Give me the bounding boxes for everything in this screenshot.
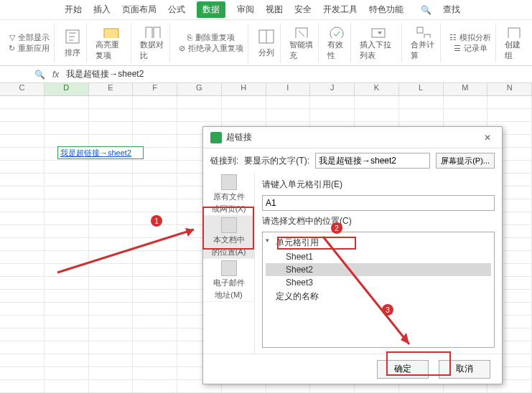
highlight-dup-icon: [102, 24, 121, 38]
menu-security[interactable]: 安全: [294, 4, 312, 16]
display-text-input[interactable]: [315, 153, 430, 169]
svg-rect-6: [296, 28, 307, 38]
dialog-titlebar[interactable]: 超链接 ✕: [203, 127, 502, 148]
tree-sheet2[interactable]: Sheet2: [266, 263, 491, 276]
formula-value[interactable]: 我是超链接→sheet2: [66, 68, 498, 80]
location-tree[interactable]: 单元格引用 Sheet1 Sheet2 Sheet3 定义的名称: [262, 232, 495, 348]
group-icon: [505, 24, 523, 38]
doc-location-icon: [221, 217, 237, 233]
screen-tip-button[interactable]: 屏幕提示(P)...: [436, 153, 495, 169]
tree-cell-ref[interactable]: 单元格引用: [266, 235, 491, 250]
cell-ref-input[interactable]: [262, 195, 495, 211]
ribbon-compare[interactable]: 数据对比: [140, 39, 165, 61]
hyperlink-dialog: 超链接 ✕ 链接到: 要显示的文字(T): 屏幕提示(P)... 原有文件 或网…: [202, 126, 503, 384]
file-web-icon: [221, 174, 237, 190]
col-G[interactable]: G: [177, 83, 222, 95]
ribbon: ▽全部显示 ↻重新应用 排序 高亮重复项 数据对比 ⎘删除重复项 ⊘拒绝录入重复…: [0, 20, 532, 66]
smartfill-icon: [292, 24, 311, 38]
menu-review[interactable]: 审阅: [237, 4, 254, 16]
menu-formula[interactable]: 公式: [168, 4, 185, 16]
ribbon-del-dup[interactable]: 删除重复项: [195, 32, 235, 43]
svg-rect-2: [146, 27, 152, 38]
tree-defined-names[interactable]: 定义的名称: [266, 289, 491, 304]
ribbon-group[interactable]: 创建组: [505, 39, 523, 61]
link-type-sidebar: 原有文件 或网页(X) 本文档中 的位置(A) 电子邮件 地址(M): [203, 173, 255, 354]
col-M[interactable]: M: [444, 83, 488, 95]
email-icon: [221, 260, 237, 276]
svg-point-7: [330, 27, 343, 38]
ribbon-split[interactable]: 分列: [258, 47, 274, 58]
col-D[interactable]: D: [45, 83, 89, 95]
link-to-row: 链接到: 要显示的文字(T): 屏幕提示(P)...: [203, 148, 502, 173]
side-existing-file[interactable]: 原有文件 或网页(X): [203, 173, 254, 216]
col-N[interactable]: N: [487, 83, 532, 95]
svg-rect-11: [508, 28, 520, 38]
display-label: 要显示的文字(T):: [244, 155, 309, 167]
split-icon: [257, 27, 276, 46]
hyperlink-cell[interactable]: 我是超链接→sheet2: [57, 146, 144, 159]
menu-dev[interactable]: 开发工具: [323, 4, 358, 16]
ribbon-consolidate[interactable]: 合并计算: [411, 39, 436, 61]
compare-icon: [144, 24, 162, 38]
ribbon-showall[interactable]: 全部显示: [18, 32, 50, 43]
ribbon-record[interactable]: 记录单: [464, 43, 487, 54]
col-E[interactable]: E: [89, 83, 134, 95]
dialog-main: 请键入单元格引用(E) 请选择文档中的位置(C) 单元格引用 Sheet1 Sh…: [255, 173, 502, 354]
ribbon-whatif[interactable]: 模拟分析: [459, 32, 491, 43]
col-L[interactable]: L: [399, 83, 444, 95]
svg-rect-10: [424, 34, 430, 38]
menu-data[interactable]: 数据: [197, 1, 225, 18]
col-C[interactable]: C: [0, 83, 45, 95]
ribbon-sort[interactable]: 排序: [65, 47, 80, 58]
menu-insert[interactable]: 插入: [93, 4, 111, 16]
ribbon-smartfill[interactable]: 智能填充: [289, 39, 314, 61]
menu-feature[interactable]: 特色功能: [369, 4, 403, 16]
col-J[interactable]: J: [310, 83, 355, 95]
col-H[interactable]: H: [222, 83, 266, 95]
cancel-button[interactable]: 取消: [439, 360, 490, 379]
svg-rect-8: [372, 29, 385, 37]
fx-icon[interactable]: 🔍: [34, 70, 45, 80]
sort-icon: [63, 27, 82, 46]
ribbon-reject-dup[interactable]: 拒绝录入重复项: [188, 43, 243, 54]
col-K[interactable]: K: [355, 83, 399, 95]
svg-rect-9: [417, 27, 423, 33]
menu-find[interactable]: 查找: [443, 4, 460, 16]
menu-start[interactable]: 开始: [65, 4, 82, 16]
svg-rect-1: [104, 29, 118, 38]
cell-ref-label: 请键入单元格引用(E): [262, 179, 495, 191]
col-F[interactable]: F: [133, 83, 177, 95]
fx-label[interactable]: fx: [52, 70, 59, 80]
ribbon-validity[interactable]: 有效性: [327, 39, 346, 61]
column-headers: C D E F G H I J K L M N: [0, 83, 532, 96]
side-place-in-doc[interactable]: 本文档中 的位置(A): [203, 216, 254, 259]
dialog-buttons: 确定 取消: [203, 354, 502, 384]
col-I[interactable]: I: [266, 83, 311, 95]
ribbon-highlight-dup[interactable]: 高亮重复项: [95, 39, 126, 61]
menu-bar: 开始 插入 页面布局 公式 数据 审阅 视图 安全 开发工具 特色功能 🔍 查找: [0, 0, 532, 20]
close-button[interactable]: ✕: [480, 131, 495, 145]
dropdown-icon: [369, 24, 388, 38]
tree-sheet1[interactable]: Sheet1: [266, 250, 491, 263]
dialog-icon: [210, 132, 222, 143]
ribbon-dropdown[interactable]: 插入下拉列表: [360, 39, 397, 61]
side-email[interactable]: 电子邮件 地址(M): [203, 259, 254, 302]
link-to-label: 链接到:: [210, 155, 238, 167]
ok-button[interactable]: 确定: [377, 360, 429, 379]
ribbon-reapply[interactable]: 重新应用: [18, 43, 50, 54]
tree-sheet3[interactable]: Sheet3: [266, 276, 491, 289]
dialog-title: 超链接: [226, 131, 252, 143]
menu-layout[interactable]: 页面布局: [122, 4, 157, 16]
validity-icon: [327, 24, 346, 38]
tree-label: 请选择文档中的位置(C): [262, 215, 495, 227]
formula-bar: 🔍 fx 我是超链接→sheet2: [0, 66, 532, 83]
menu-view[interactable]: 视图: [266, 4, 283, 16]
svg-rect-3: [154, 27, 160, 38]
consolidate-icon: [414, 24, 433, 38]
